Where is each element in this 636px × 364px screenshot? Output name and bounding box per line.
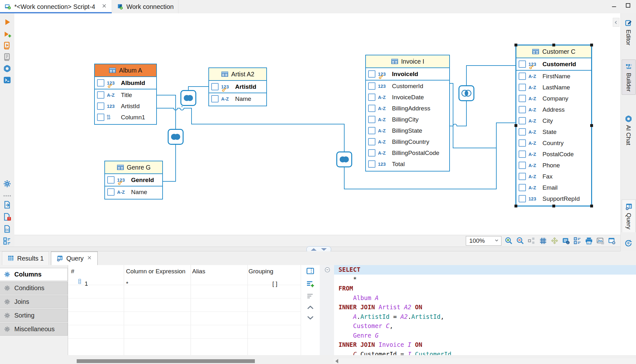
grid-cell-expression[interactable]: * bbox=[126, 280, 128, 287]
table-header-album[interactable]: Album A bbox=[95, 64, 156, 77]
table-column-BillingCountry[interactable]: A-ZBillingCountry bbox=[366, 136, 449, 147]
column-checkbox[interactable] bbox=[368, 94, 375, 101]
table-column-Company[interactable]: A-ZCompany bbox=[516, 93, 591, 104]
column-checkbox[interactable] bbox=[519, 139, 526, 147]
table-column-City[interactable]: A-ZCity bbox=[516, 115, 591, 126]
table-column-State[interactable]: A-ZState bbox=[516, 126, 591, 137]
hierarchy-button[interactable] bbox=[3, 237, 11, 247]
table-column-Total[interactable]: 123Total bbox=[366, 158, 449, 170]
join-invoice-customer-icon[interactable] bbox=[458, 85, 474, 101]
table-column-Column1[interactable]: 0110Column1 bbox=[95, 112, 156, 123]
sql-line[interactable]: * bbox=[334, 275, 636, 284]
window-settings-button[interactable] bbox=[607, 237, 616, 245]
column-checkbox[interactable] bbox=[368, 70, 375, 78]
table-column-Fax[interactable]: A-ZFax bbox=[516, 171, 591, 182]
table-column-PostalCode[interactable]: A-ZPostalCode bbox=[516, 149, 591, 160]
export-document-button[interactable] bbox=[3, 200, 11, 210]
splitter-up-arrow-icon[interactable] bbox=[311, 248, 317, 251]
arrange-button[interactable] bbox=[527, 237, 536, 245]
sidebar-tab-builder[interactable]: Builder bbox=[622, 60, 636, 95]
document-tab-2[interactable]: Work connection bbox=[112, 0, 178, 13]
table-column-Title[interactable]: A-ZTitle bbox=[95, 89, 156, 101]
sidebar-collapse-button[interactable] bbox=[613, 18, 619, 27]
ai-chat-button[interactable] bbox=[3, 64, 11, 74]
column-checkbox[interactable] bbox=[519, 184, 526, 191]
preview-pane-button[interactable] bbox=[306, 267, 315, 277]
add-column-button[interactable] bbox=[306, 280, 315, 290]
selection-handle[interactable] bbox=[590, 205, 593, 207]
table-column-GenreId[interactable]: 123GenreId bbox=[105, 174, 162, 186]
table-column-CustomerId[interactable]: 123CustomerId bbox=[366, 80, 449, 92]
export-image-button[interactable] bbox=[596, 237, 605, 245]
table-column-BillingCity[interactable]: A-ZBillingCity bbox=[366, 114, 449, 125]
settings-gear-button[interactable] bbox=[3, 179, 11, 189]
column-checkbox[interactable] bbox=[519, 95, 526, 102]
sql-horizontal-scrollbar[interactable] bbox=[333, 358, 636, 364]
column-checkbox[interactable] bbox=[368, 138, 375, 145]
column-checkbox[interactable] bbox=[368, 127, 375, 134]
table-column-Name[interactable]: A-ZName bbox=[209, 93, 266, 104]
column-checkbox[interactable] bbox=[368, 105, 375, 112]
chevron-up-button[interactable] bbox=[306, 303, 315, 313]
selection-handle[interactable] bbox=[590, 44, 593, 46]
column-checkbox[interactable] bbox=[519, 73, 526, 80]
selection-handle[interactable] bbox=[514, 44, 517, 46]
grid-cell-number[interactable]: 1 bbox=[85, 280, 88, 287]
execute-script-button[interactable] bbox=[3, 41, 11, 51]
table-column-BillingAddress[interactable]: A-ZBillingAddress bbox=[366, 103, 449, 114]
column-checkbox[interactable] bbox=[519, 128, 526, 136]
table-column-CustomerId[interactable]: 123CustomerId bbox=[516, 58, 591, 71]
bottom-tab-results-1[interactable]: Results 1 bbox=[2, 251, 49, 265]
column-checkbox[interactable] bbox=[519, 84, 526, 91]
selection-handle[interactable] bbox=[590, 124, 593, 127]
table-column-Email[interactable]: A-ZEmail bbox=[516, 182, 591, 193]
column-checkbox[interactable] bbox=[211, 83, 219, 90]
table-column-SupportRepId[interactable]: 123SupportRepId bbox=[516, 193, 591, 204]
column-checkbox[interactable] bbox=[519, 195, 526, 202]
selection-handle[interactable] bbox=[552, 44, 555, 46]
column-checkbox[interactable] bbox=[368, 82, 375, 90]
section-conditions[interactable]: Conditions bbox=[0, 282, 68, 295]
column-checkbox[interactable] bbox=[107, 188, 115, 196]
join-middle-icon[interactable] bbox=[336, 151, 352, 167]
sql-line[interactable]: FROM bbox=[334, 284, 636, 293]
layout-list-button[interactable] bbox=[573, 237, 582, 245]
chevron-down-button[interactable] bbox=[306, 313, 315, 323]
splitter-down-arrow-icon[interactable] bbox=[321, 248, 327, 251]
selection-handle[interactable] bbox=[514, 205, 517, 207]
table-column-BillingState[interactable]: A-ZBillingState bbox=[366, 125, 449, 136]
diagram-table-genre[interactable]: Genre G123GenreIdA-ZName bbox=[104, 161, 163, 200]
grid-cell-grouping[interactable]: [ ] bbox=[272, 280, 277, 287]
table-column-LastName[interactable]: A-ZLastName bbox=[516, 82, 591, 93]
table-column-ArtistId[interactable]: 123ArtistId bbox=[209, 81, 266, 93]
column-checkbox[interactable] bbox=[519, 173, 526, 180]
column-checkbox[interactable] bbox=[519, 106, 526, 113]
diagram-info-button[interactable]: i bbox=[562, 237, 570, 245]
section-joins[interactable]: Joins bbox=[0, 295, 68, 308]
sql-line[interactable]: SELECT bbox=[334, 265, 636, 275]
column-checkbox[interactable] bbox=[107, 176, 115, 184]
join-album-artist-icon[interactable] bbox=[180, 90, 196, 106]
sql-preview-panel[interactable]: SELECT *FROM Album AINNER JOIN Artist A2… bbox=[320, 265, 636, 355]
column-checkbox[interactable] bbox=[519, 117, 526, 124]
sql-code[interactable]: SELECT *FROM Album AINNER JOIN Artist A2… bbox=[334, 265, 636, 355]
minimize-button[interactable] bbox=[611, 2, 618, 10]
table-column-InvoiceDate[interactable]: A-ZInvoiceDate bbox=[366, 92, 449, 103]
table-column-BillingPostalCode[interactable]: A-ZBillingPostalCode bbox=[366, 147, 449, 158]
horizontal-splitter[interactable] bbox=[0, 247, 620, 251]
section-miscellaneous[interactable]: Miscellaneous bbox=[0, 323, 68, 336]
join-album-genre-icon[interactable] bbox=[168, 129, 184, 145]
sql-line[interactable]: C.CustomerId = I.CustomerId bbox=[334, 350, 636, 355]
table-header-invoice[interactable]: Invoice I bbox=[366, 55, 449, 68]
diagram-table-invoice[interactable]: Invoice I123InvoiceId123CustomerIdA-ZInv… bbox=[365, 55, 450, 172]
section-sorting[interactable]: Sorting bbox=[0, 309, 68, 322]
document-error-button[interactable]: ! bbox=[3, 213, 11, 222]
terminal-button[interactable] bbox=[3, 76, 11, 86]
sql-line[interactable]: Album A bbox=[334, 293, 636, 303]
table-column-Country[interactable]: A-ZCountry bbox=[516, 137, 591, 149]
section-columns[interactable]: Columns bbox=[0, 268, 68, 281]
bottom-tab-query[interactable]: Query bbox=[51, 251, 97, 265]
zoom-level-combobox[interactable]: 100% bbox=[466, 236, 501, 246]
script-button[interactable] bbox=[3, 53, 11, 63]
grid-button[interactable] bbox=[539, 237, 547, 245]
